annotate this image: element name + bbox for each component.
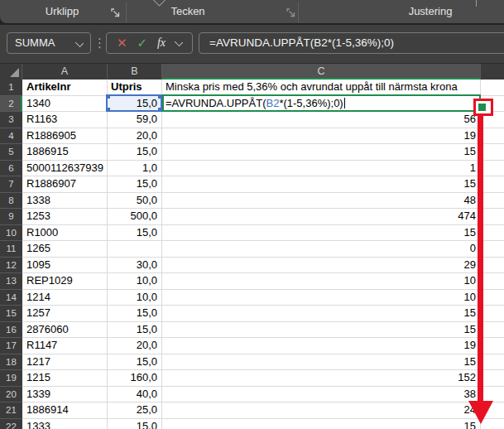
cell-D1[interactable] — [481, 80, 504, 96]
row-header-1[interactable]: 1 — [0, 80, 22, 96]
cell-B12[interactable]: 30,0 — [108, 258, 162, 274]
cell-B20[interactable]: 40,0 — [108, 387, 162, 403]
chevron-down-icon[interactable] — [75, 39, 84, 47]
cell-D13[interactable] — [481, 273, 504, 290]
row-header-19[interactable]: 19 — [0, 370, 22, 387]
cell-B9[interactable]: 500,0 — [108, 209, 162, 225]
row-header-2[interactable]: 2 — [0, 96, 22, 113]
cell-A4[interactable]: R1886905 — [22, 128, 108, 145]
cell-A21[interactable]: 1886914 — [22, 402, 108, 419]
row-header-11[interactable]: 11 — [0, 241, 22, 258]
cell-D22[interactable] — [481, 419, 504, 429]
row-header-8[interactable]: 8 — [0, 193, 22, 210]
cell-B19[interactable]: 160,0 — [108, 370, 162, 387]
cell-B4[interactable]: 20,0 — [108, 128, 162, 145]
cell-A10[interactable]: R1000 — [22, 225, 108, 242]
cell-C22[interactable]: 15 — [162, 419, 481, 429]
cell-A18[interactable]: 1217 — [22, 354, 108, 371]
cell-A17[interactable]: R1147 — [22, 338, 108, 354]
cell-B3[interactable]: 59,0 — [108, 112, 162, 128]
cell-B16[interactable]: 15,0 — [108, 322, 162, 339]
row-header-7[interactable]: 7 — [0, 176, 22, 193]
row-header-9[interactable]: 9 — [0, 209, 22, 225]
cell-B18[interactable]: 15,0 — [108, 354, 162, 371]
cell-D18[interactable] — [481, 354, 504, 371]
cell-A2[interactable]: 1340 — [22, 96, 108, 113]
cell-C19[interactable]: 152 — [162, 370, 481, 387]
cell-C12[interactable]: 29 — [162, 258, 481, 274]
column-header-c[interactable]: C — [162, 64, 481, 80]
cell-D15[interactable] — [481, 306, 504, 322]
cell-A6[interactable]: 5000112637939 — [22, 161, 108, 177]
chevron-down-icon[interactable] — [175, 37, 183, 46]
cell-B6[interactable]: 1,0 — [108, 161, 162, 177]
cell-B15[interactable]: 15,0 — [108, 306, 162, 322]
cell-C14[interactable]: 10 — [162, 290, 481, 306]
cell-D3[interactable] — [481, 112, 504, 128]
cell-D16[interactable] — [481, 322, 504, 339]
cell-B21[interactable]: 25,0 — [108, 402, 162, 419]
cell-C17[interactable]: 19 — [162, 338, 481, 354]
cell-A22[interactable]: 1333 — [22, 419, 108, 429]
cell-A19[interactable]: 1215 — [22, 370, 108, 387]
cell-A9[interactable]: 1253 — [22, 209, 108, 225]
cell-B11[interactable] — [108, 241, 162, 258]
formula-input[interactable]: =AVRUNDA.UPPÅT(B2*(1-5,36%);0) — [199, 32, 504, 54]
cancel-button[interactable]: ✕ — [117, 36, 127, 51]
cell-B1[interactable]: Utpris — [108, 80, 162, 96]
cell-C1[interactable]: Minska pris med 5,36% och avrundat uppåt… — [162, 80, 481, 96]
column-header-a[interactable]: A — [22, 64, 108, 80]
cell-A15[interactable]: 1257 — [22, 306, 108, 322]
cell-D5[interactable] — [481, 144, 504, 161]
dialog-launcher-icon[interactable] — [286, 7, 296, 17]
row-header-22[interactable]: 22 — [0, 419, 22, 429]
row-header-12[interactable]: 12 — [0, 258, 22, 274]
row-header-4[interactable]: 4 — [0, 128, 22, 145]
cell-D2[interactable] — [481, 96, 504, 113]
row-header-17[interactable]: 17 — [0, 338, 22, 354]
cell-D8[interactable] — [481, 193, 504, 210]
row-header-15[interactable]: 15 — [0, 306, 22, 322]
cell-C6[interactable]: 1 — [162, 161, 481, 177]
cell-B7[interactable]: 15,0 — [108, 176, 162, 193]
row-header-20[interactable]: 20 — [0, 387, 22, 403]
row-header-21[interactable]: 21 — [0, 402, 22, 419]
cell-C7[interactable]: 15 — [162, 176, 481, 193]
cell-C15[interactable]: 15 — [162, 306, 481, 322]
cell-A5[interactable]: 1886915 — [22, 144, 108, 161]
cell-B13[interactable]: 10,0 — [108, 273, 162, 290]
cell-B8[interactable]: 50,0 — [108, 193, 162, 210]
cell-C11[interactable]: 0 — [162, 241, 481, 258]
cell-A11[interactable]: 1265 — [22, 241, 108, 258]
cell-D21[interactable] — [481, 402, 504, 419]
cell-D7[interactable] — [481, 176, 504, 193]
cell-A8[interactable]: 1338 — [22, 193, 108, 210]
cell-A13[interactable]: REP1029 — [22, 273, 108, 290]
cell-C9[interactable]: 474 — [162, 209, 481, 225]
row-header-14[interactable]: 14 — [0, 290, 22, 306]
formula-bar-resize-handle[interactable]: ⋮ — [94, 33, 106, 53]
cell-D9[interactable] — [481, 209, 504, 225]
cell-C21[interactable]: 24 — [162, 402, 481, 419]
cell-C13[interactable]: 10 — [162, 273, 481, 290]
cell-C8[interactable]: 48 — [162, 193, 481, 210]
cell-D14[interactable] — [481, 290, 504, 306]
cell-D10[interactable] — [481, 225, 504, 242]
row-header-13[interactable]: 13 — [0, 273, 22, 290]
cell-D11[interactable] — [481, 241, 504, 258]
cell-C20[interactable]: 38 — [162, 387, 481, 403]
row-header-10[interactable]: 10 — [0, 225, 22, 242]
cell-B17[interactable]: 20,0 — [108, 338, 162, 354]
cell-B5[interactable]: 15,0 — [108, 144, 162, 161]
cell-A12[interactable]: 1095 — [22, 258, 108, 274]
cell-D20[interactable] — [481, 387, 504, 403]
row-header-16[interactable]: 16 — [0, 322, 22, 339]
column-header-b[interactable]: B — [108, 64, 162, 80]
cell-C5[interactable]: 15 — [162, 144, 481, 161]
cell-C4[interactable]: 19 — [162, 128, 481, 145]
cell-C2[interactable]: =AVRUNDA.UPPÅT(B2*(1-5,36%);0) — [162, 96, 481, 113]
cell-D6[interactable] — [481, 161, 504, 177]
cell-A16[interactable]: 2876060 — [22, 322, 108, 339]
row-header-5[interactable]: 5 — [0, 144, 22, 161]
cell-D19[interactable] — [481, 370, 504, 387]
